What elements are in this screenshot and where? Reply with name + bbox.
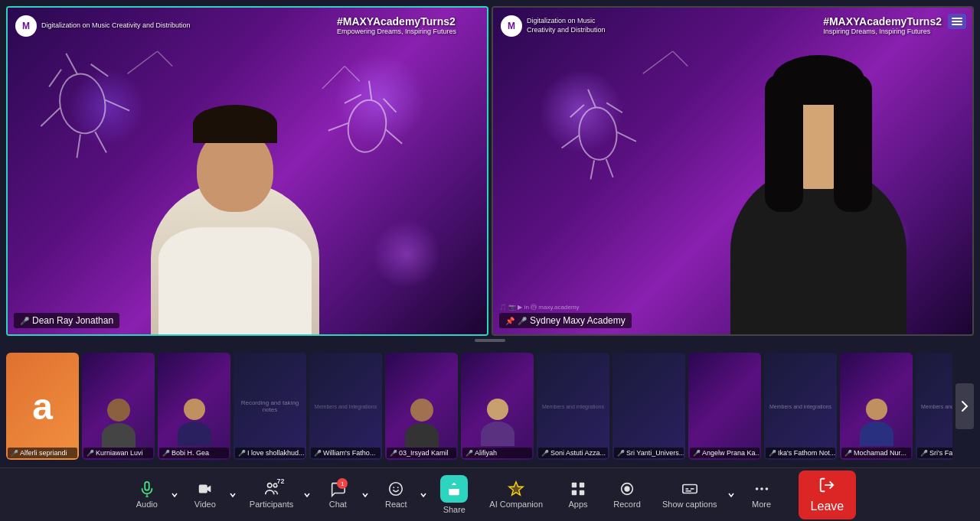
share-icon (440, 475, 468, 503)
leave-group: Leave (792, 471, 857, 519)
record-icon (619, 480, 635, 497)
svg-rect-30 (952, 21, 962, 22)
apps-group: Apps (555, 476, 601, 513)
thumb-irsyad[interactable]: 🎤 03_Irsyad Kamil (385, 353, 458, 460)
svg-rect-39 (580, 483, 584, 487)
thumb-mochamad[interactable]: 🎤 Mochamad Nur... (840, 353, 913, 460)
thumb-sriyanti[interactable]: 🎤 Sri Yanti_Univers... (612, 353, 685, 460)
thumb-bg-8 (612, 353, 685, 460)
thumb-angelw[interactable]: 🎤 Angelw Prana Ka... (688, 353, 761, 460)
svg-rect-40 (572, 490, 577, 495)
video-more-btn-right[interactable] (948, 14, 966, 29)
svg-point-49 (760, 487, 763, 490)
svg-rect-41 (580, 490, 584, 495)
thumb-kurniawan[interactable]: 🎤 Kurniawan Luvi (82, 353, 155, 460)
microphone-icon (139, 480, 155, 497)
chat-icon: 1 (329, 480, 346, 497)
thumb-name-0: 🎤 Alferli sepriandi (8, 448, 77, 458)
thumb-name-11: 🎤 Mochamad Nur... (841, 448, 911, 458)
svg-point-48 (755, 487, 758, 490)
record-group: Record (604, 476, 650, 513)
mic-icon-left: 🎤 (20, 317, 29, 325)
captions-label: Show captions (662, 500, 717, 509)
share-label: Share (443, 505, 466, 514)
event-title-right: #MAXYAcademyTurns2 Inspiring Dreams, Ins… (823, 15, 942, 35)
video-panel-right[interactable]: M Digitalization on MusicCreativity and … (492, 6, 974, 336)
thumb-bg-9 (688, 353, 761, 460)
show-captions-button[interactable]: Show captions (653, 476, 727, 513)
participants-group: 72 Participants (240, 476, 312, 513)
participants-caret[interactable] (302, 480, 312, 510)
record-button[interactable]: Record (604, 476, 650, 513)
svg-point-36 (397, 487, 399, 488)
chat-caret[interactable] (361, 480, 370, 510)
maxy-logo-right: M (501, 15, 522, 37)
chat-label: Chat (329, 500, 347, 509)
speaker-name-left: 🎤 Dean Ray Jonathan (14, 313, 119, 328)
main-area: M Digitalization on Music Creativity and… (0, 0, 980, 467)
ai-companion-group: AI Companion (480, 476, 552, 513)
thumb-overlay-3: Recording and taking notes (237, 399, 303, 413)
svg-rect-44 (683, 485, 697, 493)
audio-button[interactable]: Audio (124, 476, 170, 513)
svg-rect-31 (952, 24, 962, 25)
thumb-ika[interactable]: Members and integrations 🎤 Ika's Fathom … (764, 353, 837, 460)
thumb-overlay-7: Members and integrations (541, 404, 606, 409)
chat-button[interactable]: 1 Chat (315, 476, 361, 513)
more-label: More (752, 500, 771, 509)
audio-label: Audio (136, 500, 158, 509)
captions-caret[interactable] (727, 480, 736, 510)
chat-group: 1 Chat (315, 476, 370, 513)
svg-point-34 (390, 483, 403, 496)
video-logo-left: M Digitalization on Music Creativity and… (15, 15, 191, 37)
leave-button[interactable]: Leave (799, 471, 857, 519)
pin-icon-right: 📌 (505, 317, 514, 325)
thumb-alferli[interactable]: a 🎤 Alferli sepriandi (6, 353, 79, 460)
react-caret[interactable] (419, 480, 428, 510)
participants-button[interactable]: 72 Participants (240, 476, 302, 513)
video-logo-right: M Digitalization on MusicCreativity and … (501, 15, 606, 37)
ai-companion-button[interactable]: AI Companion (480, 476, 552, 513)
video-caret[interactable] (228, 480, 237, 510)
react-label: React (385, 500, 407, 509)
more-group: More (739, 476, 785, 513)
more-button[interactable]: More (739, 476, 785, 513)
apps-icon (570, 480, 586, 497)
react-button[interactable]: React (373, 476, 419, 513)
svg-rect-38 (572, 483, 577, 487)
svg-point-43 (624, 486, 629, 491)
maxy-logo-left: M (15, 15, 37, 37)
thumb-overlay-10: Members and integrations (768, 404, 834, 409)
audio-group: Audio (124, 476, 179, 513)
audio-caret[interactable] (170, 480, 179, 510)
social-icons-right: 🎵 📷 ▶ in ⓜ maxy.academy (499, 303, 580, 311)
svg-point-32 (267, 484, 272, 488)
thumb-name-9: 🎤 Angelw Prana Ka... (690, 448, 760, 458)
thumb-williams[interactable]: Members and Integrations 🎤 William's Fat… (309, 353, 382, 460)
video-bg-right (493, 8, 972, 334)
thumb-ilove[interactable]: Recording and taking notes 🎤 I love shol… (234, 353, 306, 460)
ai-companion-label: AI Companion (489, 500, 543, 509)
thumb-alifiyah[interactable]: 🎤 Alifiyah (461, 353, 534, 460)
thumb-bobi[interactable]: 🎤 Bobi H. Gea (158, 353, 230, 460)
video-panel-left[interactable]: M Digitalization on Music Creativity and… (6, 6, 488, 336)
thumb-initial-0: a (32, 386, 53, 428)
thumb-soni[interactable]: Members and integrations 🎤 Soni Astuti A… (537, 353, 609, 460)
apps-button[interactable]: Apps (555, 476, 601, 513)
react-group: React (373, 476, 428, 513)
apps-label: Apps (568, 500, 587, 509)
resize-handle[interactable] (0, 336, 980, 345)
thumb-person-1 (100, 399, 138, 444)
logo-text-left: Digitalization on Music Creativity and D… (41, 21, 191, 31)
share-button[interactable]: Share (431, 471, 477, 519)
thumb-name-1: 🎤 Kurniawan Luvi (83, 448, 153, 458)
share-group: Share (431, 471, 477, 519)
react-icon (387, 480, 404, 497)
thumb-name-7: 🎤 Soni Astuti Azza... (538, 448, 608, 458)
thumb-sris[interactable]: Members and integrations 🎤 Sri's Fathom … (916, 353, 952, 460)
speaker-name-right: 📌 🎤 Sydney Maxy Academy (499, 313, 632, 328)
video-button[interactable]: Video (182, 476, 228, 513)
thumb-name-6: 🎤 Alifiyah (462, 448, 532, 458)
video-icon (197, 480, 214, 497)
scroll-right-arrow[interactable] (956, 383, 974, 429)
